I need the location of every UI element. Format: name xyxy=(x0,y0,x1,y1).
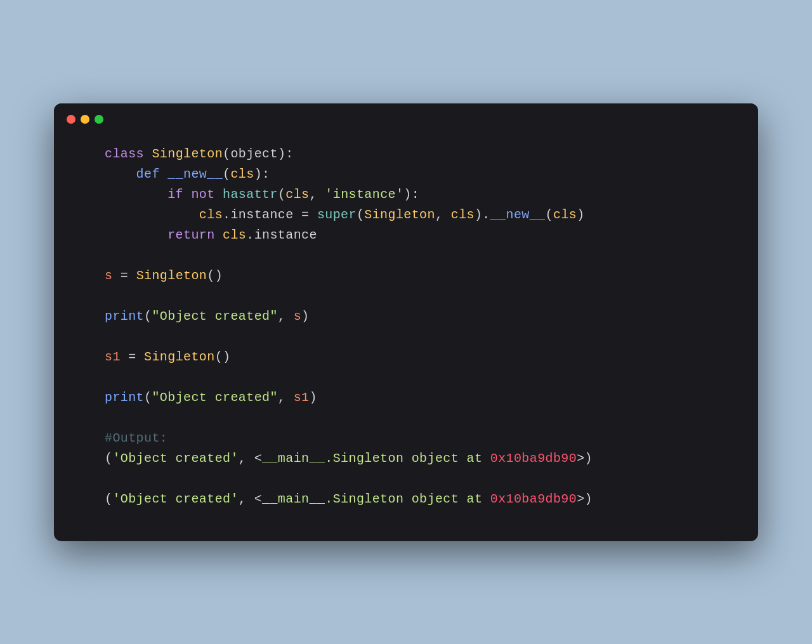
code-line-7: s = Singleton() xyxy=(105,266,726,286)
code-line-2: def __new__(cls): xyxy=(105,164,726,185)
code-line-13: print("Object created", s1) xyxy=(105,388,726,408)
code-line-10 xyxy=(105,327,726,347)
code-line-5: return cls.instance xyxy=(105,225,726,246)
maximize-button[interactable] xyxy=(95,115,103,124)
code-editor: class Singleton(object): def __new__(cls… xyxy=(54,131,758,541)
close-button[interactable] xyxy=(67,115,75,124)
code-line-15: #Output: xyxy=(105,428,726,449)
code-window: class Singleton(object): def __new__(cls… xyxy=(54,103,758,541)
code-line-16: ('Object created', <__main__.Singleton o… xyxy=(105,449,726,469)
code-line-4: cls.instance = super(Singleton, cls).__n… xyxy=(105,205,726,225)
code-line-12 xyxy=(105,367,726,388)
code-line-18: ('Object created', <__main__.Singleton o… xyxy=(105,489,726,509)
code-line-6 xyxy=(105,246,726,266)
code-line-17 xyxy=(105,469,726,489)
code-line-8 xyxy=(105,286,726,306)
code-line-1: class Singleton(object): xyxy=(105,144,726,164)
code-line-9: print("Object created", s) xyxy=(105,306,726,327)
code-line-3: if not hasattr(cls, 'instance'): xyxy=(105,185,726,205)
code-line-11: s1 = Singleton() xyxy=(105,347,726,367)
code-line-14 xyxy=(105,408,726,428)
minimize-button[interactable] xyxy=(81,115,89,124)
titlebar xyxy=(54,103,758,131)
